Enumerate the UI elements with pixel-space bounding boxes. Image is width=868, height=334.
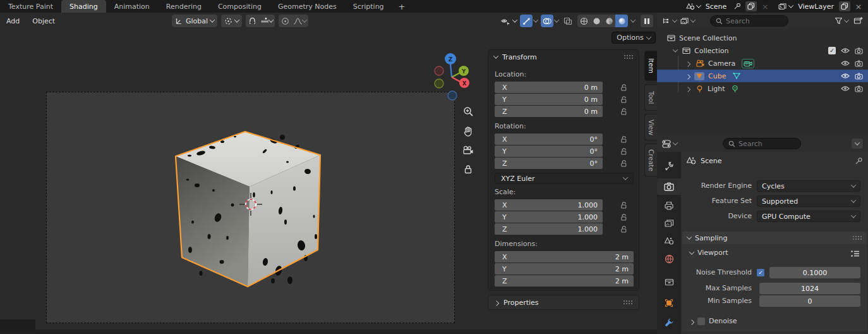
light-data-icon[interactable] bbox=[731, 85, 739, 93]
sidebar-tab-tool[interactable]: Tool bbox=[644, 84, 657, 111]
hide-eye-icon[interactable] bbox=[841, 60, 850, 66]
transform-orientation-dropdown[interactable]: Global bbox=[172, 15, 217, 27]
add-menu[interactable]: Add bbox=[0, 13, 26, 29]
scene-name[interactable]: Scene bbox=[706, 3, 727, 11]
object-visibility-dropdown[interactable] bbox=[501, 17, 517, 25]
tab-world-properties[interactable] bbox=[657, 250, 681, 267]
editor-type-dropdown[interactable] bbox=[662, 140, 677, 148]
drag-handle-icon[interactable] bbox=[852, 235, 862, 241]
scale-z-field[interactable]: Z1.000 bbox=[495, 223, 603, 235]
show-gizmo-toggle[interactable] bbox=[520, 15, 533, 27]
dimensions-x-field[interactable]: X2 m bbox=[495, 251, 634, 263]
axis-neg-x-ball[interactable] bbox=[435, 66, 443, 75]
workspace-tab-texture-paint[interactable]: Texture Paint bbox=[0, 0, 61, 13]
collapse-chevron-icon[interactable] bbox=[673, 47, 678, 52]
noise-threshold-checkbox[interactable]: ✓ bbox=[757, 269, 764, 276]
scale-y-field[interactable]: Y1.000 bbox=[495, 211, 603, 223]
scale-x-field[interactable]: X1.000 bbox=[495, 199, 603, 211]
hide-eye-icon[interactable] bbox=[841, 73, 850, 79]
camera-view-button[interactable] bbox=[461, 143, 475, 157]
pin-icon[interactable] bbox=[855, 157, 863, 165]
workspace-tab-rendering[interactable]: Rendering bbox=[158, 0, 210, 13]
shading-options-chevron[interactable] bbox=[630, 17, 636, 22]
transform-panel-header[interactable]: Transform bbox=[488, 50, 639, 64]
dimensions-y-field[interactable]: Y2 m bbox=[495, 263, 634, 275]
tab-view-layer-properties[interactable] bbox=[657, 215, 681, 232]
workspace-tab-animation[interactable]: Animation bbox=[106, 0, 158, 13]
shading-solid-button[interactable] bbox=[590, 15, 603, 27]
outliner-row-collection[interactable]: Collection ✓ bbox=[657, 44, 868, 57]
xray-toggle[interactable] bbox=[562, 15, 574, 27]
viewport-subsection-header[interactable]: Viewport bbox=[690, 249, 728, 257]
proportional-falloff-dropdown[interactable] bbox=[291, 15, 308, 27]
denoise-checkbox[interactable] bbox=[697, 318, 705, 325]
axis-neg-y-ball[interactable] bbox=[435, 79, 443, 88]
outliner-row-scene-collection[interactable]: Scene Collection bbox=[657, 32, 868, 44]
outliner-filter-id-dropdown[interactable] bbox=[680, 17, 695, 25]
device-dropdown[interactable]: GPU Compute bbox=[757, 211, 860, 222]
new-collection-button[interactable] bbox=[853, 16, 863, 25]
mesh-data-icon[interactable] bbox=[732, 72, 741, 80]
remove-viewlayer-button[interactable]: × bbox=[853, 1, 864, 11]
lock-location-z-button[interactable] bbox=[620, 108, 628, 116]
drag-handle-icon[interactable] bbox=[623, 300, 632, 306]
expand-chevron-icon[interactable] bbox=[685, 61, 690, 66]
lock-rotation-x-button[interactable] bbox=[620, 135, 628, 144]
sidebar-tab-create[interactable]: Create bbox=[644, 144, 657, 176]
render-engine-dropdown[interactable]: Cycles bbox=[757, 180, 860, 192]
preset-list-icon[interactable] bbox=[850, 250, 860, 257]
viewlayer-name[interactable]: ViewLayer bbox=[798, 3, 834, 11]
lock-rotation-y-button[interactable] bbox=[620, 147, 628, 156]
rotation-y-field[interactable]: Y0° bbox=[495, 145, 603, 157]
rotation-z-field[interactable]: Z0° bbox=[495, 158, 603, 169]
tab-output-properties[interactable] bbox=[657, 197, 681, 214]
show-overlays-toggle[interactable] bbox=[541, 15, 553, 27]
pin-scene-button[interactable] bbox=[732, 1, 743, 11]
sidebar-tab-view[interactable]: View bbox=[644, 114, 657, 140]
feature-set-dropdown[interactable]: Supported bbox=[757, 195, 860, 207]
properties-options-dropdown[interactable] bbox=[852, 139, 863, 149]
options-dropdown-button[interactable]: Options bbox=[612, 32, 656, 44]
unlink-scene-button[interactable]: × bbox=[759, 1, 771, 11]
disable-render-icon[interactable] bbox=[855, 85, 863, 92]
expand-chevron-icon[interactable] bbox=[685, 74, 690, 79]
properties-collapsed-panel[interactable]: Properties bbox=[488, 295, 639, 310]
disable-render-icon[interactable] bbox=[855, 60, 863, 67]
location-y-field[interactable]: Y0 m bbox=[495, 94, 603, 105]
viewport-3d[interactable]: Z Y X Options Item Tool View Create bbox=[0, 29, 657, 334]
lock-scale-z-button[interactable] bbox=[620, 225, 628, 233]
tab-tool-properties[interactable] bbox=[657, 158, 681, 175]
gizmo-options-chevron[interactable] bbox=[533, 17, 538, 22]
properties-search-box[interactable] bbox=[723, 138, 801, 149]
location-z-field[interactable]: Z0 m bbox=[495, 106, 603, 117]
outliner-filter-dropdown[interactable] bbox=[835, 17, 848, 25]
outliner-display-mode-dropdown[interactable] bbox=[662, 17, 677, 25]
rotation-x-field[interactable]: X0° bbox=[495, 133, 603, 145]
rotation-mode-dropdown[interactable]: XYZ Euler bbox=[495, 173, 634, 184]
drag-handle-icon[interactable] bbox=[624, 54, 633, 60]
disable-render-icon[interactable] bbox=[855, 47, 863, 54]
lock-location-x-button[interactable] bbox=[620, 84, 628, 92]
tab-modifier-properties[interactable] bbox=[657, 314, 681, 330]
tab-render-properties[interactable] bbox=[657, 178, 681, 195]
scene-selector-dropdown[interactable] bbox=[686, 3, 701, 11]
tab-scene-properties[interactable] bbox=[657, 233, 681, 249]
object-menu[interactable]: Object bbox=[26, 13, 61, 29]
snap-target-dropdown[interactable] bbox=[258, 15, 275, 27]
snap-toggle-button[interactable] bbox=[246, 15, 258, 27]
collection-exclude-checkbox[interactable]: ✓ bbox=[828, 47, 836, 54]
lock-location-y-button[interactable] bbox=[620, 96, 628, 104]
viewlayer-selector-dropdown[interactable] bbox=[778, 3, 793, 11]
camera-data-icon[interactable] bbox=[742, 59, 754, 68]
lock-rotation-z-button[interactable] bbox=[620, 159, 628, 168]
disable-render-icon[interactable] bbox=[855, 73, 863, 80]
location-x-field[interactable]: X0 m bbox=[495, 82, 603, 93]
outliner-search-box[interactable] bbox=[710, 15, 788, 27]
sampling-panel-header[interactable]: Sampling bbox=[682, 232, 867, 244]
tab-collection-properties[interactable] bbox=[657, 273, 681, 290]
new-scene-button[interactable] bbox=[745, 1, 757, 11]
tab-object-properties[interactable] bbox=[657, 295, 681, 311]
hide-eye-icon[interactable] bbox=[841, 85, 850, 92]
pivot-point-dropdown[interactable] bbox=[221, 15, 242, 27]
shading-rendered-button[interactable] bbox=[615, 15, 628, 27]
